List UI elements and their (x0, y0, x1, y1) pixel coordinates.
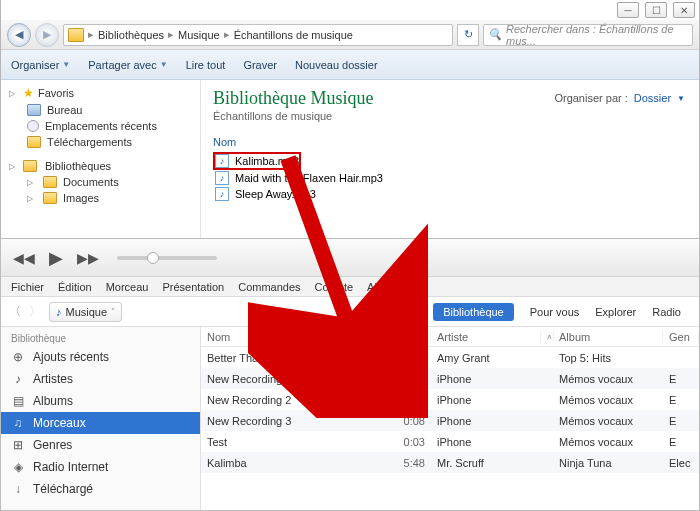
nav-images[interactable]: ▷Images (9, 190, 192, 206)
nav-libraries[interactable]: Bibliothèques (45, 160, 111, 172)
cell-name: New Recording (201, 373, 381, 385)
search-placeholder: Rechercher dans : Échantillons de mus... (506, 23, 688, 47)
breadcrumb-part[interactable]: Bibliothèques (98, 29, 164, 41)
cell-artist: iPhone (431, 373, 541, 385)
newfolder-button[interactable]: Nouveau dossier (295, 59, 378, 71)
file-name: Maid with the Flaxen Hair.mp3 (235, 172, 383, 184)
cell-album: Mémos vocaux (553, 415, 663, 427)
nav-desktop[interactable]: Bureau (9, 102, 192, 118)
sidebar-item-label: Artistes (33, 372, 73, 386)
search-input[interactable]: 🔍 Rechercher dans : Échantillons de mus.… (483, 24, 693, 46)
volume-slider[interactable] (117, 256, 217, 260)
tab-library[interactable]: Bibliothèque (433, 303, 514, 321)
cell-duration: 5:48 (381, 457, 431, 469)
sidebar-item-recent-adds[interactable]: ⊕Ajouts récents (1, 346, 200, 368)
table-row[interactable]: New Recording 30:08iPhoneMémos vocauxE (201, 410, 699, 431)
sidebar-item-downloaded[interactable]: ↓Téléchargé (1, 478, 200, 500)
volume-knob[interactable] (147, 252, 159, 264)
downloaded-icon: ↓ (11, 482, 25, 496)
media-dropdown[interactable]: ♪ Musique ˅ (49, 302, 122, 322)
nav-pane: ▷★Favoris Bureau Emplacements récents Té… (1, 80, 201, 249)
cell-duration: 0:03 (381, 373, 431, 385)
cell-genre: Elec (663, 457, 699, 469)
col-artist: Artiste (431, 331, 541, 343)
nav-documents[interactable]: ▷Documents (9, 174, 192, 190)
prev-button[interactable]: ◀◀ (13, 247, 35, 269)
download-icon (27, 136, 41, 148)
genres-icon: ⊞ (11, 438, 25, 452)
sidebar-item-label: Morceaux (33, 416, 86, 430)
table-row[interactable]: Better Than a Halleluja3:42Amy GrantTop … (201, 347, 699, 368)
column-headers[interactable]: Nom Durée Artiste ʌ Album Gen (201, 327, 699, 347)
col-duration: Durée (381, 331, 431, 343)
table-row[interactable]: Test0:03iPhoneMémos vocauxE (201, 431, 699, 452)
cell-album: Mémos vocaux (553, 394, 663, 406)
sidebar-item-artists[interactable]: ♪Artistes (1, 368, 200, 390)
albums-icon: ▤ (11, 394, 25, 408)
table-row[interactable]: New Recording0:03iPhoneMémos vocauxE (201, 368, 699, 389)
tab-radio[interactable]: Radio (652, 306, 681, 318)
file-item[interactable]: ♪Sleep Away.mp3 (213, 186, 687, 202)
file-item[interactable]: ♪Maid with the Flaxen Hair.mp3 (213, 170, 687, 186)
menu-bar: FichierÉditionMorceauPrésentationCommand… (1, 277, 699, 297)
sidebar-item-albums[interactable]: ▤Albums (1, 390, 200, 412)
sidebar-item-radio[interactable]: ◈Radio Internet (1, 456, 200, 478)
back-button[interactable]: ◀ (7, 23, 31, 47)
sidebar-item-label: Genres (33, 438, 72, 452)
play-button[interactable]: ▶ (45, 247, 67, 269)
cell-duration: 0:05 (381, 394, 431, 406)
folder-icon (43, 192, 57, 204)
column-name[interactable]: Nom (213, 136, 687, 148)
forward-button[interactable]: ▶ (35, 23, 59, 47)
cell-artist: Amy Grant (431, 352, 541, 364)
nav-favorites[interactable]: Favoris (38, 87, 74, 99)
cell-artist: iPhone (431, 415, 541, 427)
sidebar-item-label: Albums (33, 394, 73, 408)
menu-item[interactable]: Commandes (238, 281, 300, 293)
search-icon: 🔍 (488, 28, 502, 41)
tab-foryou[interactable]: Pour vous (530, 306, 580, 318)
menu-item[interactable]: Compte (315, 281, 354, 293)
explorer-window: ─ ☐ ✕ ◀ ▶ ▸ Bibliothèques▸ Musique▸ Écha… (0, 0, 700, 250)
fwd-nav[interactable]: 〉 (29, 303, 41, 320)
maximize-button[interactable]: ☐ (645, 2, 667, 18)
music-icon: ♪ (56, 306, 62, 318)
burn-button[interactable]: Graver (243, 59, 277, 71)
col-album: Album (553, 331, 663, 343)
sidebar-item-genres[interactable]: ⊞Genres (1, 434, 200, 456)
share-button[interactable]: Partager avec▼ (88, 59, 167, 71)
table-row[interactable]: New Recording 20:05iPhoneMémos vocauxE (201, 389, 699, 410)
nav-downloads[interactable]: Téléchargements (9, 134, 192, 150)
file-name: Sleep Away.mp3 (235, 188, 316, 200)
desktop-icon (27, 104, 41, 116)
menu-item[interactable]: Morceau (106, 281, 149, 293)
playall-button[interactable]: Lire tout (186, 59, 226, 71)
next-button[interactable]: ▶▶ (77, 247, 99, 269)
minimize-button[interactable]: ─ (617, 2, 639, 18)
breadcrumb-part[interactable]: Échantillons de musique (234, 29, 353, 41)
organize-by[interactable]: Organiser par : Dossier▼ (554, 92, 685, 104)
file-item[interactable]: ♪Kalimba.mp3 (213, 152, 301, 170)
refresh-button[interactable]: ↻ (457, 24, 479, 46)
star-icon: ★ (23, 86, 34, 100)
cell-genre: E (663, 436, 699, 448)
cell-album: Top 5: Hits (553, 352, 663, 364)
sidebar-item-songs[interactable]: ♫Morceaux (1, 412, 200, 434)
close-button[interactable]: ✕ (673, 2, 695, 18)
tab-explore[interactable]: Explorer (595, 306, 636, 318)
menu-item[interactable]: Fichier (11, 281, 44, 293)
nav-recent[interactable]: Emplacements récents (9, 118, 192, 134)
breadcrumb[interactable]: ▸ Bibliothèques▸ Musique▸ Échantillons d… (63, 24, 453, 46)
artists-icon: ♪ (11, 372, 25, 386)
toolbar: Organiser▼ Partager avec▼ Lire tout Grav… (1, 50, 699, 80)
breadcrumb-part[interactable]: Musique (178, 29, 220, 41)
library-icon (23, 160, 37, 172)
library-subtitle: Échantillons de musique (213, 110, 687, 122)
organize-button[interactable]: Organiser▼ (11, 59, 70, 71)
menu-item[interactable]: Présentation (162, 281, 224, 293)
table-row[interactable]: Kalimba5:48Mr. ScruffNinja TunaElec (201, 452, 699, 473)
menu-item[interactable]: Aide (367, 281, 389, 293)
menu-item[interactable]: Édition (58, 281, 92, 293)
cell-duration: 3:42 (381, 352, 431, 364)
back-nav[interactable]: 〈 (9, 303, 21, 320)
